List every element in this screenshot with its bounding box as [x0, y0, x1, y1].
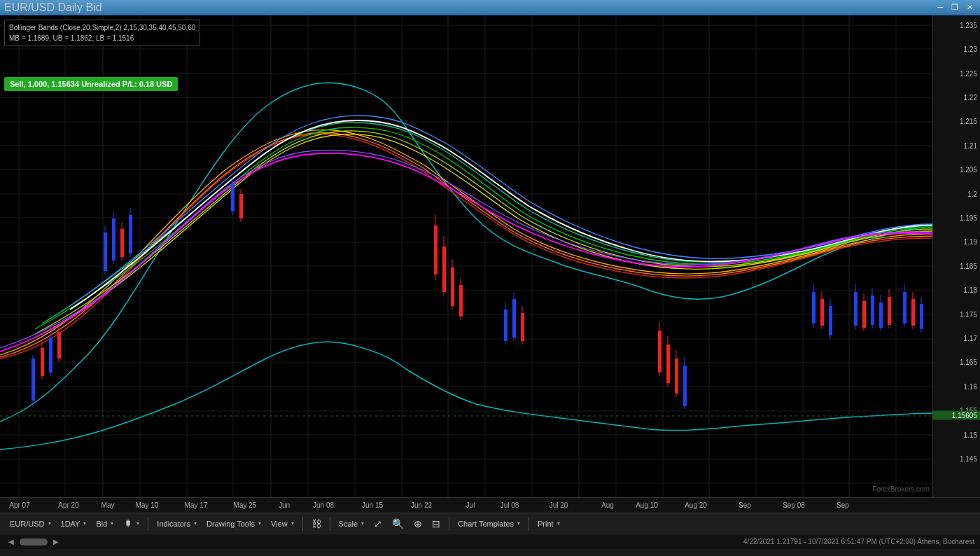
price-type-dropdown-arrow: ▾	[111, 520, 113, 527]
time-label: Sep	[836, 501, 849, 509]
expand-icon: ⊟	[432, 518, 440, 529]
time-label: May 25	[234, 501, 257, 509]
time-label: May	[102, 501, 115, 509]
time-label: Jul	[466, 501, 475, 509]
expand-button[interactable]: ⊟	[428, 517, 444, 531]
fit-chart-button[interactable]: ⤢	[370, 517, 386, 531]
price-label: 1.22	[964, 93, 977, 101]
chart-type-dropdown-arrow: ▾	[136, 520, 139, 527]
instrument-selector[interactable]: EUR/USD ▾	[6, 518, 55, 529]
time-label: Jun 08	[313, 501, 334, 509]
view-dropdown-arrow: ▾	[291, 520, 294, 527]
chart-templates-dropdown-arrow: ▾	[517, 520, 520, 527]
minimize-button[interactable]: ─	[934, 3, 946, 12]
price-axis: 1.2351.231.2251.221.2151.211.2051.21.195…	[932, 15, 980, 497]
price-label: 1.145	[960, 454, 977, 462]
indicator-name: Bollinger Bands (Close,20,Simple,2) 2,15…	[9, 22, 195, 33]
scale-button[interactable]: Scale ▾	[335, 518, 369, 529]
separator-3	[330, 517, 330, 531]
title-bar: EUR/USD Daily Bid ─ ❐ ✕	[0, 0, 980, 15]
crosshair-button[interactable]: ⊕	[410, 517, 426, 531]
fit-chart-icon: ⤢	[374, 518, 382, 529]
drawing-tools-dropdown-arrow: ▾	[258, 520, 261, 527]
title-bar-text: EUR/USD Daily Bid	[4, 1, 102, 14]
separator-4	[449, 517, 449, 531]
time-label: May 17	[185, 501, 208, 509]
price-label: 1.175	[960, 310, 977, 318]
time-label: Aug	[601, 501, 614, 509]
price-label: 1.15	[964, 431, 977, 438]
timeframe-dropdown-arrow: ▾	[83, 520, 86, 527]
time-label: Jun 15	[362, 501, 383, 509]
price-label: 1.165	[960, 359, 977, 366]
time-label: Apr 20	[58, 501, 78, 509]
time-label: Jun 22	[411, 501, 432, 509]
time-label: Sep	[738, 501, 751, 509]
scroll-thumb[interactable]	[20, 538, 48, 545]
toolbar: EUR/USD ▾ 1DAY ▾ Bid ▾ ▾ Indicators ▾ Dr…	[0, 513, 980, 534]
price-label: 1.215	[960, 118, 977, 125]
time-label: Aug 10	[636, 501, 658, 509]
time-axis: Apr 07Apr 20MayMay 10May 17May 25JunJun …	[0, 497, 980, 513]
time-label: Aug 20	[685, 501, 707, 509]
watermark: ForexBrokers.com	[872, 485, 930, 493]
separator-2	[302, 517, 303, 531]
current-price-highlight: 1.15605	[932, 411, 980, 420]
chart-area: Bollinger Bands (Close,20,Simple,2) 2,15…	[0, 15, 980, 497]
price-type-selector[interactable]: Bid ▾	[92, 518, 118, 529]
indicator-values: MB = 1.1689, UB = 1.1862, LB = 1.1516	[9, 33, 195, 43]
indicators-button[interactable]: Indicators ▾	[153, 518, 201, 529]
indicator-legend: Bollinger Bands (Close,20,Simple,2) 2,15…	[4, 20, 200, 46]
drawing-tools-button[interactable]: Drawing Tools ▾	[202, 518, 265, 529]
price-label: 1.195	[960, 214, 977, 221]
scale-dropdown-arrow: ▾	[361, 520, 364, 527]
price-label: 1.185	[960, 262, 977, 270]
candle-type-button[interactable]: ▾	[119, 517, 144, 530]
price-label: 1.19	[964, 238, 977, 246]
scroll-control: ◀ ▶	[6, 538, 62, 545]
chain-link-icon: ⛓	[312, 518, 321, 529]
chart-templates-button[interactable]: Chart Templates ▾	[454, 518, 524, 529]
separator-5	[528, 517, 529, 531]
title-bar-controls: ─ ❐ ✕	[934, 3, 976, 12]
scroll-left-button[interactable]: ◀	[6, 538, 17, 545]
position-badge: Sell, 1,000, 1.15634 Unrealized P/L: 0.1…	[4, 77, 178, 91]
price-label: 1.225	[960, 69, 977, 77]
price-label: 1.205	[960, 166, 977, 174]
time-label: Sep 08	[783, 501, 805, 509]
price-label: 1.16	[964, 382, 977, 390]
price-label: 1.17	[964, 334, 977, 342]
status-bar: ◀ ▶ 4/22/2021 1.21791 - 10/7/2021 6:51:4…	[0, 534, 980, 549]
separator-1	[148, 517, 148, 531]
restore-button[interactable]: ❐	[948, 3, 961, 12]
crosshair-icon: ⊕	[414, 518, 422, 529]
time-label: Jul 20	[550, 501, 568, 509]
close-button[interactable]: ✕	[964, 3, 976, 12]
instrument-dropdown-arrow: ▾	[48, 520, 51, 527]
zoom-in-icon: 🔍	[392, 518, 404, 529]
price-label: 1.18	[964, 286, 977, 294]
scroll-right-button[interactable]: ▶	[50, 538, 62, 545]
print-dropdown-arrow: ▾	[557, 520, 560, 527]
price-label: 1.21	[964, 141, 977, 149]
timeframe-selector[interactable]: 1DAY ▾	[57, 518, 91, 529]
time-label: Jul 08	[500, 501, 519, 509]
price-label: 1.235	[960, 21, 977, 29]
zoom-in-button[interactable]: 🔍	[388, 517, 408, 531]
print-button[interactable]: Print ▾	[533, 518, 564, 529]
chain-link-button[interactable]: ⛓	[307, 517, 326, 531]
time-label: Apr 07	[9, 501, 29, 509]
svg-rect-106	[127, 521, 130, 525]
time-label: Jun	[279, 501, 290, 509]
price-label: 1.2	[967, 190, 977, 197]
status-date-range: 4/22/2021 1.21791 - 10/7/2021 6:51:47 PM…	[743, 538, 974, 545]
price-label: 1.23	[964, 46, 977, 53]
candlestick-icon	[123, 519, 133, 529]
indicators-dropdown-arrow: ▾	[194, 520, 197, 527]
view-button[interactable]: View ▾	[267, 518, 298, 529]
time-label: May 10	[136, 501, 159, 509]
